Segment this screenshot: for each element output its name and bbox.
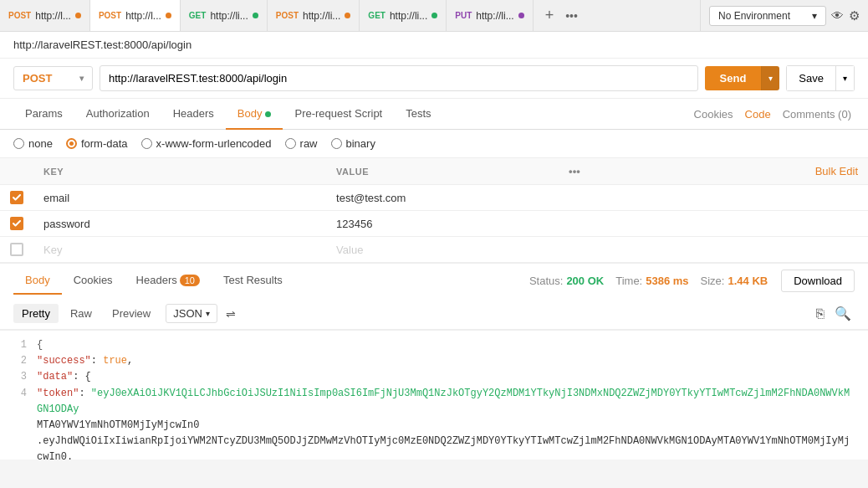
row-checkbox[interactable] <box>10 217 23 230</box>
method-value: POST <box>23 72 52 85</box>
eye-icon-button[interactable]: 👁 <box>831 8 844 23</box>
body-option-binary[interactable]: binary <box>331 137 375 150</box>
save-dropdown-button[interactable]: ▾ <box>836 65 855 91</box>
bottom-tab-cookies[interactable]: Cookies <box>62 267 125 295</box>
code-link[interactable]: Code <box>745 108 771 121</box>
table-row: password 123456 <box>0 211 868 237</box>
raw-tab[interactable]: Raw <box>62 304 100 323</box>
method-chevron-icon: ▾ <box>79 74 84 83</box>
save-button-group: Save ▾ <box>786 65 855 91</box>
tab-badge: 10 <box>180 275 200 286</box>
body-active-dot <box>265 111 271 117</box>
send-button[interactable]: Send <box>705 66 762 90</box>
code-line: 1{ <box>13 337 855 353</box>
settings-icon-button[interactable]: ⚙ <box>849 8 860 23</box>
tab-tab2[interactable]: POSThttp://l... <box>90 0 181 31</box>
radio-selected-icon <box>66 138 77 149</box>
breadcrumb: http://laravelREST.test:8000/api/login <box>0 32 868 59</box>
tab-tab6[interactable]: PUThttp://li... <box>447 0 533 31</box>
add-tab-button[interactable]: + <box>540 5 559 26</box>
status-value: 200 OK <box>566 275 604 287</box>
search-button[interactable]: 🔍 <box>831 302 855 325</box>
size-value: 1.44 KB <box>728 275 768 287</box>
row-checkbox-empty[interactable] <box>10 243 23 256</box>
code-view: 1{2 "success": true,3 "data": {4 "token"… <box>0 330 868 460</box>
request-tabs-nav: ParamsAuthorizationHeadersBodyPre-reques… <box>0 99 868 130</box>
key-header: KEY <box>33 158 326 185</box>
request-tab-authorization[interactable]: Authorization <box>74 99 161 130</box>
request-tab-params[interactable]: Params <box>13 99 74 130</box>
code-line: 4 "token": "eyJ0eXAiOiJKV1QiLCJhbGciOiJS… <box>13 386 855 418</box>
wrap-lines-button[interactable]: ⇌ <box>222 304 239 324</box>
body-option-none[interactable]: none <box>13 137 53 150</box>
kv-table: KEY VALUE ••• Bulk Edit email test@test.… <box>0 158 868 263</box>
value-header: VALUE <box>326 158 558 185</box>
body-option-form-data[interactable]: form-data <box>66 137 128 150</box>
url-input[interactable] <box>100 65 698 91</box>
tab-tab5[interactable]: GEThttp://li... <box>360 0 447 31</box>
bulk-edit-button[interactable]: Bulk Edit <box>815 165 858 177</box>
more-tabs-button[interactable]: ••• <box>560 8 583 24</box>
request-tab-tests[interactable]: Tests <box>394 99 442 130</box>
request-tab-headers[interactable]: Headers <box>161 99 226 130</box>
comments-link[interactable]: Comments (0) <box>783 108 851 121</box>
body-option-urlencoded[interactable]: x-www-form-urlencoded <box>141 137 272 150</box>
code-line: .eyJhdWQiOiIxIiwianRpIjoiYWM2NTcyZDU3MmQ… <box>13 434 855 460</box>
environment-label: No Environment <box>718 10 790 22</box>
key-placeholder[interactable]: Key <box>33 237 326 263</box>
value-placeholder[interactable]: Value <box>326 237 868 263</box>
status-label: Status: <box>529 275 563 287</box>
format-value: JSON <box>173 307 202 320</box>
table-row: Key Value <box>0 237 868 263</box>
request-tab-body[interactable]: Body <box>226 99 283 130</box>
table-row: email test@test.com <box>0 185 868 211</box>
time-value: 5386 ms <box>646 275 688 287</box>
format-chevron-icon: ▾ <box>206 309 210 318</box>
tab-tab1[interactable]: POSThttp://l... <box>0 0 90 31</box>
json-format-selector[interactable]: JSON ▾ <box>166 304 217 323</box>
bottom-tab-headers[interactable]: Headers10 <box>125 267 212 295</box>
environment-selector[interactable]: No Environment ▾ <box>709 6 826 26</box>
body-option-raw[interactable]: raw <box>285 137 318 150</box>
tab-tab3[interactable]: GEThttp://li... <box>181 0 268 31</box>
code-line: 2 "success": true, <box>13 353 855 369</box>
body-options: none form-data x-www-form-urlencoded raw… <box>0 130 868 158</box>
send-dropdown-button[interactable]: ▾ <box>761 66 779 90</box>
tab-tab4[interactable]: POSThttp://li... <box>268 0 360 31</box>
request-tab-pre-request-script[interactable]: Pre-request Script <box>283 99 394 130</box>
send-button-group: Send ▾ <box>705 66 780 90</box>
save-button[interactable]: Save <box>786 65 836 91</box>
method-selector[interactable]: POST ▾ <box>13 66 93 90</box>
env-chevron-icon: ▾ <box>812 10 817 22</box>
bottom-tab-test-results[interactable]: Test Results <box>212 267 294 295</box>
copy-button[interactable]: ⎘ <box>813 302 828 325</box>
cookies-link[interactable]: Cookies <box>694 108 733 121</box>
row-checkbox[interactable] <box>10 191 23 204</box>
size-label: Size: <box>701 275 725 287</box>
preview-tab[interactable]: Preview <box>104 304 159 323</box>
three-dots-icon[interactable]: ••• <box>569 165 580 177</box>
pretty-tab[interactable]: Pretty <box>13 304 59 323</box>
code-line: 3 "data": { <box>13 369 855 385</box>
bottom-tab-body[interactable]: Body <box>13 267 62 295</box>
time-label: Time: <box>615 275 642 287</box>
download-button[interactable]: Download <box>781 270 855 292</box>
bottom-bar: BodyCookiesHeaders10Test Results Status:… <box>0 263 868 298</box>
code-line: MTA0YWV1YmNhOTM0MjIyMjcwIn0 <box>13 418 855 434</box>
code-toolbar: Pretty Raw Preview JSON ▾ ⇌ ⎘ 🔍 <box>0 298 868 330</box>
